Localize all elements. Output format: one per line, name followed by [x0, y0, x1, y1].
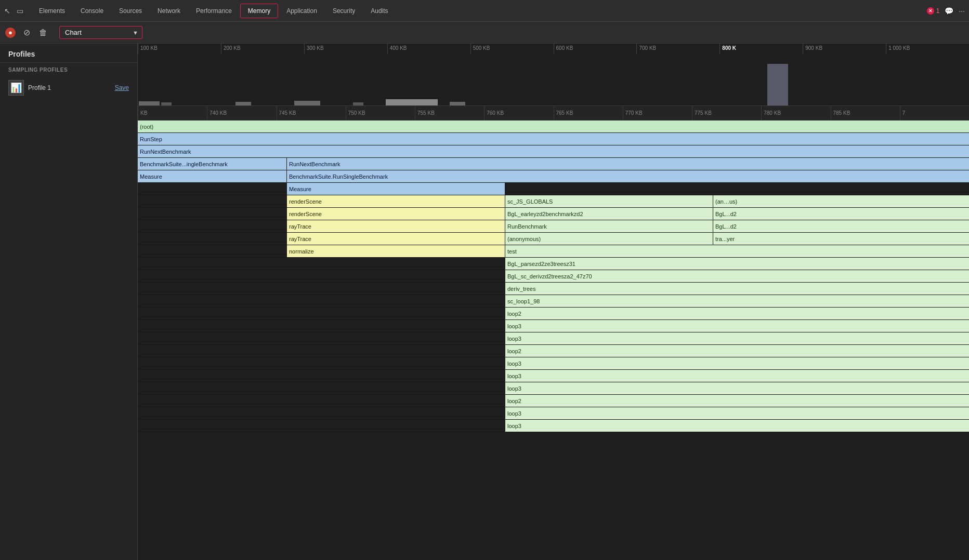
flame-cell-dark-18	[138, 382, 505, 394]
ruler-tick-800kb: 800 K	[719, 44, 803, 54]
flame-cell-runnextbenchmark[interactable]: RunNextBenchmark	[138, 145, 969, 157]
flame-cell-loop3-1[interactable]: loop3	[505, 320, 969, 332]
zoom-tick-760: 760 KB	[484, 106, 553, 120]
ruler-tick-400kb: 400 KB	[387, 44, 470, 54]
flame-cell-sc-js-globals[interactable]: sc_JS_GLOBALS	[505, 195, 713, 207]
flame-row-deriv-trees: deriv_trees	[138, 283, 969, 295]
zoom-tick-750: 750 KB	[346, 106, 415, 120]
flame-cell-sc-loop1[interactable]: sc_loop1_98	[505, 295, 969, 307]
flame-cell-loop3-7[interactable]: loop3	[505, 420, 969, 432]
flame-cell-dark-4	[138, 208, 287, 220]
flame-cell-dark-2	[505, 183, 969, 195]
flame-cell-dark-5	[138, 220, 287, 232]
flame-cell-benchmarksuite-left[interactable]: BenchmarkSuite...ingleBenchmark	[138, 158, 287, 170]
tab-sources[interactable]: Sources	[112, 4, 149, 18]
mini-bars-row	[138, 98, 969, 105]
mini-bar	[294, 101, 320, 105]
flame-cell-bgl-sc-deriv[interactable]: BgL_sc_derivzd2treesza2_47z70	[505, 270, 969, 282]
flame-cell-raytrace-1[interactable]: rayTrace	[287, 220, 505, 232]
flame-cell-benchmarksuite-full[interactable]: BenchmarkSuite.RunSingleBenchmark	[287, 170, 969, 182]
flame-cell-anonymous[interactable]: (anonymous)	[505, 233, 713, 245]
tab-memory[interactable]: Memory	[240, 4, 278, 18]
flame-cell-loop3-6[interactable]: loop3	[505, 407, 969, 419]
flame-cell-test[interactable]: test	[505, 245, 969, 257]
tab-performance[interactable]: Performance	[189, 4, 239, 18]
profile-item[interactable]: 📊 Profile 1 Save	[0, 76, 137, 100]
flame-row-measure-split: Measure BenchmarkSuite.RunSingleBenchmar…	[138, 170, 969, 183]
feedback-icon[interactable]: 💬	[945, 7, 953, 15]
tab-audits[interactable]: Audits	[363, 4, 395, 18]
flame-cell-renderscene-1[interactable]: renderScene	[287, 195, 505, 207]
flame-cell-bgl-parse[interactable]: BgL_parsezd2ze3treesz31	[505, 258, 969, 270]
flame-cell-loop2-1[interactable]: loop2	[505, 308, 969, 319]
flame-cell-loop3-3[interactable]: loop3	[505, 357, 969, 369]
chart-select[interactable]: Chart Tree (Top Down) Heavy (Bottom Up) …	[59, 26, 142, 39]
device-icon[interactable]: ▭	[17, 7, 23, 15]
flame-chart[interactable]: (root) RunStep RunNextBenchmark Benchmar…	[138, 121, 969, 560]
flame-cell-loop3-4[interactable]: loop3	[505, 370, 969, 382]
flame-cell-dark-7	[138, 245, 287, 257]
flame-cell-loop3-5[interactable]: loop3	[505, 382, 969, 394]
tab-security[interactable]: Security	[325, 4, 362, 18]
mini-bar	[353, 102, 363, 105]
flame-row-renderscene-2: renderScene BgL_earleyzd2benchmarkzd2 Bg…	[138, 208, 969, 220]
clear-button[interactable]: 🗑	[37, 27, 49, 38]
nav-icon-group: ↖ ▭	[4, 7, 23, 15]
flame-cell-loop3-2[interactable]: loop3	[505, 332, 969, 344]
flame-cell-deriv-trees[interactable]: deriv_trees	[505, 283, 969, 295]
sidebar-title: Profiles	[0, 44, 137, 63]
toolbar: ● ⊘ 🗑 Chart Tree (Top Down) Heavy (Botto…	[0, 22, 969, 44]
tab-application[interactable]: Application	[279, 4, 324, 18]
profile-name: Profile 1	[28, 84, 111, 91]
profile-save-button[interactable]: Save	[115, 84, 129, 91]
flame-cell-raytrace-2[interactable]: rayTrace	[287, 233, 505, 245]
ruler-tick-1000kb: 1 000 KB	[886, 44, 969, 54]
flame-row-normalize: normalize test	[138, 245, 969, 258]
flame-cell-renderscene-2[interactable]: renderScene	[287, 208, 505, 220]
stop-button[interactable]: ⊘	[21, 27, 32, 38]
zoom-tick-770: 770 KB	[623, 106, 692, 120]
top-nav-bar: ↖ ▭ Elements Console Sources Network Per…	[0, 0, 969, 22]
ruler-tick-900kb: 900 KB	[803, 44, 886, 54]
sampling-profiles-label: SAMPLING PROFILES	[0, 63, 137, 76]
tab-network[interactable]: Network	[150, 4, 188, 18]
mini-bar	[450, 102, 465, 105]
flame-cell-an-us[interactable]: (an…us)	[713, 195, 969, 207]
tab-elements[interactable]: Elements	[32, 4, 72, 18]
flame-row-loop2-1: loop2	[138, 308, 969, 320]
flame-row-renderscene-1: renderScene sc_JS_GLOBALS (an…us)	[138, 195, 969, 208]
cursor-icon[interactable]: ↖	[4, 7, 10, 15]
flame-cell-tra-yer[interactable]: tra...yer	[713, 233, 969, 245]
flame-cell-normalize[interactable]: normalize	[287, 245, 505, 257]
flame-cell-bgl-d2-1[interactable]: BgL...d2	[713, 208, 969, 220]
flame-cell-measure-left[interactable]: Measure	[138, 170, 287, 182]
flame-row-loop3-1: loop3	[138, 320, 969, 332]
flame-row-sc-loop1: sc_loop1_98	[138, 295, 969, 308]
tab-console[interactable]: Console	[73, 4, 111, 18]
flame-cell-runnextbenchmark-right[interactable]: RunNextBenchmark	[287, 158, 969, 170]
flame-cell-bgl-earleyzd2[interactable]: BgL_earleyzd2benchmarkzd2	[505, 208, 713, 220]
record-button[interactable]: ●	[5, 28, 16, 38]
flame-row-bgl-sc-deriv: BgL_sc_derivzd2treesza2_47z70	[138, 270, 969, 283]
flame-cell-dark-6	[138, 233, 287, 245]
flame-cell-bgl-d2-2[interactable]: BgL...d2	[713, 220, 969, 232]
zoom-tick-765: 765 KB	[554, 106, 623, 120]
ruler-tick-100kb: 100 KB	[138, 44, 221, 54]
flame-cell-dark-3	[138, 195, 287, 207]
flame-cell-runstep[interactable]: RunStep	[138, 133, 969, 145]
flame-cell-measure-2[interactable]: Measure	[287, 183, 505, 195]
zoom-ruler: KB 740 KB 745 KB 750 KB 755 KB 760 KB 76…	[138, 106, 969, 121]
flame-cell-dark-1	[138, 183, 287, 195]
ruler-tick-600kb: 600 KB	[554, 44, 637, 54]
flame-row-runstep: RunStep	[138, 133, 969, 145]
flame-cell-runbenchmark[interactable]: RunBenchmark	[505, 220, 713, 232]
zoom-tick-755: 755 KB	[415, 106, 484, 120]
flame-cell-root[interactable]: (root)	[138, 121, 969, 132]
chart-select-wrapper: Chart Tree (Top Down) Heavy (Bottom Up) …	[59, 26, 142, 39]
more-icon[interactable]: ···	[959, 7, 965, 15]
flame-cell-loop2-2[interactable]: loop2	[505, 345, 969, 357]
error-dot: ✕	[927, 7, 934, 15]
flame-cell-dark-21	[138, 420, 505, 432]
error-badge[interactable]: ✕ 1	[927, 7, 940, 15]
flame-cell-loop2-3[interactable]: loop2	[505, 395, 969, 407]
